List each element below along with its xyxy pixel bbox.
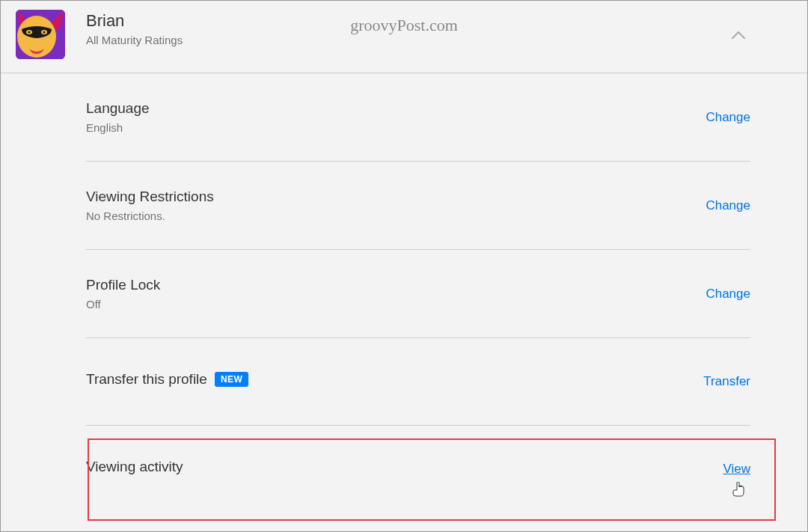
watermark-text: groovyPost.com bbox=[350, 16, 458, 35]
view-activity-link[interactable]: View bbox=[723, 462, 750, 477]
settings-list: Language English Change Viewing Restrict… bbox=[86, 73, 750, 513]
change-language-link[interactable]: Change bbox=[706, 110, 750, 125]
setting-row-language: Language English Change bbox=[86, 73, 750, 162]
svg-point-4 bbox=[28, 31, 31, 34]
setting-title-language: Language bbox=[86, 100, 150, 117]
svg-point-5 bbox=[43, 31, 46, 34]
setting-row-restrictions: Viewing Restrictions No Restrictions. Ch… bbox=[86, 162, 750, 250]
avatar-image bbox=[16, 10, 65, 59]
transfer-profile-link[interactable]: Transfer bbox=[703, 374, 750, 389]
setting-row-transfer: Transfer this profile NEW Transfer bbox=[86, 338, 750, 426]
setting-title-restrictions: Viewing Restrictions bbox=[86, 189, 214, 205]
setting-row-viewing-activity: Viewing activity View bbox=[86, 426, 750, 513]
profile-maturity-rating: All Maturity Ratings bbox=[86, 34, 183, 46]
profile-info: Brian All Maturity Ratings bbox=[86, 10, 183, 46]
setting-title-transfer: Transfer this profile NEW bbox=[86, 371, 248, 388]
profile-header: Brian All Maturity Ratings bbox=[1, 1, 807, 73]
change-profile-lock-link[interactable]: Change bbox=[706, 287, 750, 302]
new-badge: NEW bbox=[215, 372, 249, 387]
setting-value-restrictions: No Restrictions. bbox=[86, 210, 214, 222]
setting-title-profile-lock: Profile Lock bbox=[86, 277, 160, 293]
profile-name: Brian bbox=[86, 11, 183, 31]
setting-value-profile-lock: Off bbox=[86, 298, 160, 311]
collapse-chevron-icon[interactable] bbox=[731, 29, 746, 43]
setting-row-profile-lock: Profile Lock Off Change bbox=[86, 250, 750, 338]
transfer-title-text: Transfer this profile bbox=[86, 371, 207, 388]
setting-value-language: English bbox=[86, 121, 150, 134]
profile-avatar[interactable] bbox=[16, 10, 65, 59]
setting-title-viewing-activity: Viewing activity bbox=[86, 459, 183, 475]
change-restrictions-link[interactable]: Change bbox=[706, 198, 750, 213]
